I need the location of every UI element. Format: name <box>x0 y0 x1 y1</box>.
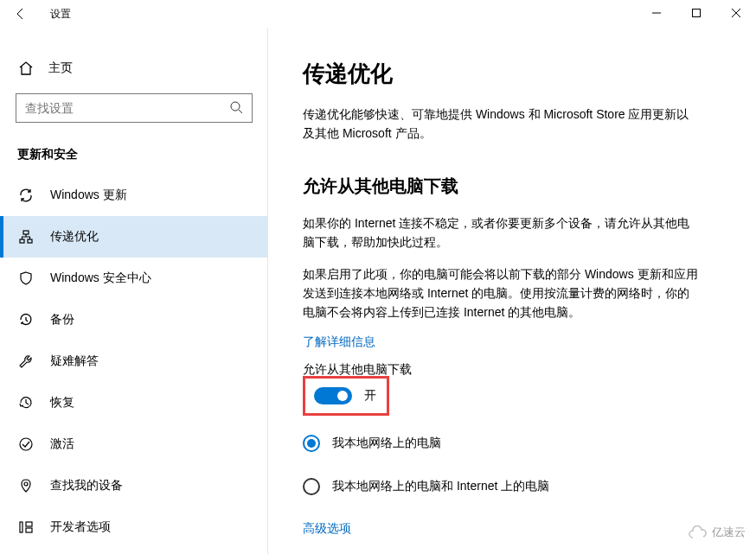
page-title: 传递优化 <box>303 59 721 89</box>
radio-local-network[interactable]: 我本地网络上的电脑 <box>303 435 721 452</box>
sync-icon <box>17 188 35 203</box>
section-title: 允许从其他电脑下载 <box>303 175 721 198</box>
nav-label: Windows 更新 <box>50 188 127 203</box>
nav-recovery[interactable]: 恢复 <box>0 382 268 423</box>
sidebar: 主页 更新和安全 Windows 更新 传递优化 Windows 安全中心 备份 <box>0 28 268 554</box>
svg-rect-8 <box>28 239 32 243</box>
cloud-icon <box>688 525 707 539</box>
nav-label: 恢复 <box>50 395 74 411</box>
window-title: 设置 <box>50 7 71 22</box>
home-label: 主页 <box>48 60 73 76</box>
svg-rect-1 <box>693 10 701 17</box>
nav-label: 查找我的设备 <box>50 478 123 494</box>
svg-rect-6 <box>23 231 29 234</box>
nav-label: 疑难解答 <box>50 353 99 369</box>
nav-label: 开发者选项 <box>50 519 111 535</box>
watermark: 亿速云 <box>688 525 746 540</box>
sidebar-divider <box>267 28 268 554</box>
allow-downloads-toggle[interactable] <box>314 387 352 404</box>
nav-list: Windows 更新 传递优化 Windows 安全中心 备份 疑难解答 恢复 <box>0 175 268 548</box>
learn-more-link[interactable]: 了解详细信息 <box>303 334 375 350</box>
radio-label: 我本地网络上的电脑和 Internet 上的电脑 <box>332 479 549 494</box>
group-header: 更新和安全 <box>17 147 268 162</box>
paragraph-2: 如果启用了此项，你的电脑可能会将以前下载的部分 Windows 更新和应用发送到… <box>303 264 701 322</box>
highlight-annotation: 开 <box>303 376 389 416</box>
nav-developer[interactable]: 开发者选项 <box>0 506 268 548</box>
svg-rect-11 <box>20 522 22 532</box>
radio-icon <box>303 435 320 452</box>
back-button[interactable] <box>7 0 35 28</box>
advanced-options-link[interactable]: 高级选项 <box>303 521 721 537</box>
radio-local-and-internet[interactable]: 我本地网络上的电脑和 Internet 上的电脑 <box>303 478 721 495</box>
svg-rect-12 <box>26 522 32 526</box>
search-input[interactable] <box>25 101 229 115</box>
home-icon <box>17 60 35 76</box>
nav-troubleshoot[interactable]: 疑难解答 <box>0 341 268 382</box>
nav-activation[interactable]: 激活 <box>0 423 268 465</box>
close-button[interactable] <box>716 0 756 26</box>
nav-label: 传递优化 <box>50 229 99 245</box>
troubleshoot-icon <box>17 353 35 369</box>
search-icon <box>229 100 243 117</box>
svg-point-10 <box>24 482 28 486</box>
home-link[interactable]: 主页 <box>0 54 268 83</box>
radio-label: 我本地网络上的电脑 <box>332 436 441 451</box>
svg-point-4 <box>231 102 240 111</box>
maximize-button[interactable] <box>676 0 716 26</box>
nav-label: 激活 <box>50 436 74 452</box>
main-content: 传递优化 传递优化能够快速、可靠地提供 Windows 和 Microsoft … <box>268 28 756 554</box>
shield-icon <box>17 271 35 286</box>
toggle-state: 开 <box>364 388 376 404</box>
svg-rect-13 <box>26 528 32 532</box>
nav-backup[interactable]: 备份 <box>0 299 268 341</box>
radio-icon <box>303 478 320 495</box>
activation-icon <box>17 436 35 452</box>
page-description: 传递优化能够快速、可靠地提供 Windows 和 Microsoft Store… <box>303 105 701 143</box>
nav-windows-security[interactable]: Windows 安全中心 <box>0 258 268 299</box>
nav-windows-update[interactable]: Windows 更新 <box>0 175 268 216</box>
findmydevice-icon <box>17 478 35 494</box>
svg-line-5 <box>239 110 242 113</box>
nav-delivery-optimization[interactable]: 传递优化 <box>0 216 268 258</box>
minimize-button[interactable] <box>637 0 676 26</box>
recovery-icon <box>17 395 35 411</box>
nav-label: 备份 <box>50 312 74 328</box>
backup-icon <box>17 312 35 328</box>
svg-rect-7 <box>20 239 24 243</box>
delivery-icon <box>17 229 35 245</box>
svg-point-9 <box>20 438 32 450</box>
nav-label: Windows 安全中心 <box>50 271 151 286</box>
developer-icon <box>17 519 35 535</box>
nav-find-my-device[interactable]: 查找我的设备 <box>0 465 268 506</box>
search-box[interactable] <box>16 93 253 123</box>
paragraph-1: 如果你的 Internet 连接不稳定，或者你要更新多个设备，请允许从其他电脑下… <box>303 213 701 252</box>
